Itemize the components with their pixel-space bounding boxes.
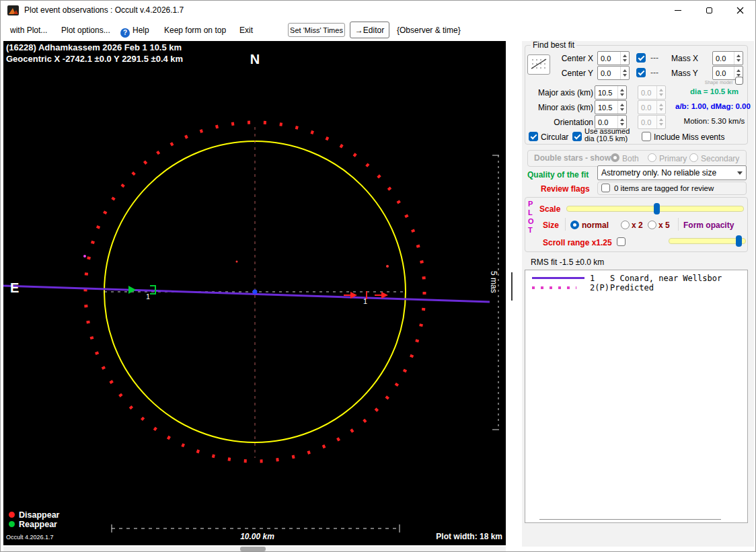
size-normal-radio[interactable] (570, 221, 579, 229)
size-normal-label: normal (582, 221, 609, 230)
chord-color-sample-2 (532, 286, 576, 289)
scale-slider-thumb[interactable] (654, 203, 660, 214)
list-item[interactable]: 2(P) Predicted (525, 283, 747, 292)
help-icon: ? (120, 28, 130, 38)
rms-fit-label: RMS fit -1.5 ±0.0 km (531, 258, 604, 267)
minimize-button[interactable] (663, 1, 693, 19)
listbox-separator-line (539, 519, 721, 520)
minimize-icon (675, 10, 681, 11)
size-divider-1 (565, 218, 566, 231)
center-x-spinner[interactable] (620, 52, 629, 65)
reappear-marker-arrow (128, 286, 136, 294)
fit-chart-icon (530, 57, 547, 71)
plot-letter-t: T (528, 226, 533, 234)
control-panel: Find best fit Center X 0.0 --- Mass X 0.… (522, 41, 754, 547)
horizontal-scrollbar[interactable] (3, 547, 506, 551)
center-y-spinner[interactable] (620, 67, 629, 79)
field-point-magenta (83, 255, 86, 258)
observer-time-label: {Observer & time} (397, 26, 461, 35)
shape-model-checkbox[interactable] (735, 77, 743, 85)
menu-plot-options[interactable]: Plot options... (61, 26, 110, 35)
motion-label: Motion: 5.30 km/s (681, 117, 748, 125)
center-x-input[interactable]: 0.0 (597, 51, 630, 65)
mass-x-label: Mass X (671, 54, 698, 63)
scroll-range-checkbox[interactable] (617, 237, 626, 246)
review-flags-label: Review flags (541, 184, 590, 194)
scale-slider[interactable] (566, 203, 744, 214)
app-window: Plot event observations : Occult v.4.202… (0, 0, 756, 552)
center-y-checkbox[interactable] (636, 68, 646, 77)
minor-axis-input[interactable]: 10.5 (595, 100, 627, 114)
window-title: Plot event observations : Occult v.4.202… (24, 5, 184, 15)
observation-number: 2(P) (590, 283, 610, 292)
center-x-label: Center X (549, 54, 593, 63)
review-flags-checkbox[interactable] (601, 184, 610, 192)
vertical-tick-line (511, 272, 513, 301)
mass-y-label: Mass Y (671, 69, 698, 78)
scroll-range-label: Scroll range x1.25 (543, 238, 612, 247)
menu-keep-on-top[interactable]: Keep form on top (164, 26, 226, 35)
menu-exit[interactable]: Exit (239, 26, 253, 35)
legend-disappear: Disappear (9, 510, 59, 520)
reappear-dot-icon (9, 521, 15, 527)
size-x5-label: x 5 (658, 221, 670, 230)
menu-with-plot[interactable]: with Plot... (10, 26, 47, 35)
plot-letter-p: P (528, 200, 533, 208)
fit-chart-button[interactable] (527, 54, 550, 75)
minor-axis-label: Minor axis (km) (529, 103, 593, 112)
horizontal-scrollbar-thumb[interactable] (240, 547, 266, 551)
major-axis-input[interactable]: 10.5 (595, 85, 627, 100)
close-button[interactable] (724, 1, 755, 19)
ab-dmag-label: a/b: 1.00, dMag: 0.00 (675, 102, 748, 110)
center-x-dots: --- (650, 53, 658, 63)
opacity-slider[interactable] (669, 235, 746, 247)
size-x5-radio[interactable] (648, 221, 656, 229)
double-stars-primary-radio (648, 153, 656, 162)
app-icon (7, 5, 19, 15)
major-axis-spinner[interactable] (617, 86, 626, 99)
mass-x-input[interactable]: 0.0 (712, 51, 743, 65)
plot-letter-o: O (528, 217, 534, 225)
circular-checkbox[interactable] (529, 132, 538, 141)
orientation-label: Orientation (529, 118, 593, 127)
find-best-fit-title: Find best fit (531, 40, 576, 50)
chord-2-label: 1 (363, 297, 367, 305)
opacity-slider-track[interactable] (669, 238, 746, 244)
include-miss-checkbox[interactable] (642, 132, 651, 141)
observations-listbox[interactable]: 1 S Conard, near Wellsbor 2(P) Predicted (525, 270, 748, 523)
close-icon (736, 7, 744, 14)
center-y-input[interactable]: 0.0 (597, 66, 630, 80)
plot-area[interactable]: (16228) Adhamkassem 2026 Feb 1 10.5 km G… (3, 41, 506, 545)
observation-name: Predicted (610, 283, 654, 292)
maximize-button[interactable] (693, 1, 724, 19)
legend-reappear: Reappear (9, 520, 57, 529)
plot-geometry (3, 41, 506, 545)
size-x2-radio[interactable] (621, 221, 630, 229)
mas-scale-label: 5 mas (489, 271, 498, 293)
set-miss-times-button[interactable]: Set 'Miss' Times (288, 23, 345, 37)
opacity-slider-thumb[interactable] (736, 235, 742, 247)
use-assumed-checkbox[interactable] (572, 132, 582, 141)
menu-help[interactable]: ?Help (120, 26, 149, 38)
double-stars-both-radio (611, 153, 619, 162)
major-axis-alt-input: 0.0 (638, 85, 666, 100)
mass-x-spinner[interactable] (734, 52, 743, 65)
minor-axis-spinner[interactable] (617, 101, 626, 114)
double-stars-title: Double stars - show (534, 153, 611, 163)
north-label: N (241, 52, 268, 67)
shape-model-label: Shape model (693, 80, 732, 85)
center-y-dots: --- (650, 68, 658, 77)
center-point (253, 290, 258, 294)
size-x2-label: x 2 (632, 221, 643, 230)
center-x-checkbox[interactable] (636, 53, 646, 63)
scale-label: Scale (539, 204, 560, 214)
list-item[interactable]: 1 S Conard, near Wellsbor (525, 274, 747, 283)
east-label: E (10, 280, 19, 296)
quality-dropdown[interactable]: Astrometry only. No reliable size (597, 165, 747, 180)
size-divider-2 (678, 218, 679, 231)
observation-number: 1 (590, 274, 610, 283)
field-point-red-1 (236, 261, 238, 263)
chord-1-label: 1 (146, 292, 150, 301)
quality-label: Quality of the fit (527, 170, 589, 180)
editor-button[interactable]: →Editor (350, 22, 389, 38)
